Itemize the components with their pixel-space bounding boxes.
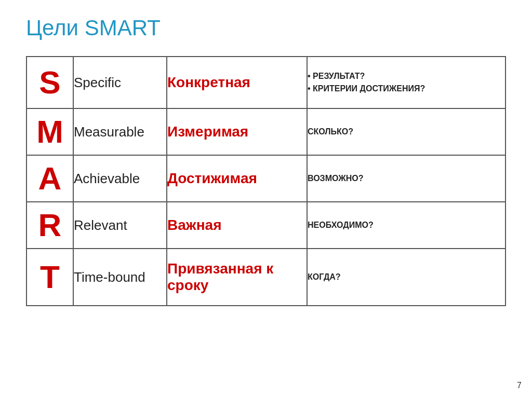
table-row: S Specific Конкретная • РЕЗУЛЬТАТ?• КРИТ… [26, 57, 506, 108]
description-cell-m: СКОЛЬКО? [307, 108, 506, 155]
table-row: A Achievable Достижимая ВОЗМОЖНО? [26, 155, 506, 202]
russian-cell-r: Важная [167, 202, 307, 249]
letter-cell-s: S [26, 57, 73, 108]
letter-a: A [27, 162, 73, 195]
letter-m: M [27, 116, 73, 148]
english-cell-m: Measurable [73, 108, 167, 155]
english-cell-t: Time-bound [73, 249, 167, 306]
letter-r: R [27, 209, 73, 241]
slide-page: Цели SMART S Specific Конкретная • РЕЗУЛ… [0, 0, 532, 398]
description-cell-r: НЕОБХОДИМО? [307, 202, 506, 249]
table-row: T Time-bound Привязанная к сроку КОГДА? [26, 249, 506, 306]
letter-cell-m: M [26, 108, 73, 155]
letter-cell-a: A [26, 155, 73, 202]
english-cell-a: Achievable [73, 155, 167, 202]
letter-cell-t: T [26, 249, 73, 306]
letter-cell-r: R [26, 202, 73, 249]
russian-cell-t: Привязанная к сроку [167, 249, 307, 306]
russian-cell-a: Достижимая [167, 155, 307, 202]
description-cell-s: • РЕЗУЛЬТАТ?• КРИТЕРИИ ДОСТИЖЕНИЯ? [307, 57, 506, 108]
table-row: R Relevant Важная НЕОБХОДИМО? [26, 202, 506, 249]
page-title: Цели SMART [26, 16, 506, 40]
russian-cell-m: Измеримая [167, 108, 307, 155]
russian-cell-s: Конкретная [167, 57, 307, 108]
description-cell-a: ВОЗМОЖНО? [307, 155, 506, 202]
description-cell-t: КОГДА? [307, 249, 506, 306]
page-number: 7 [517, 381, 522, 390]
letter-t: T [27, 261, 73, 293]
table-row: M Measurable Измеримая СКОЛЬКО? [26, 108, 506, 155]
smart-table: S Specific Конкретная • РЕЗУЛЬТАТ?• КРИТ… [26, 56, 506, 306]
english-cell-s: Specific [73, 57, 167, 108]
letter-s: S [27, 66, 73, 99]
english-cell-r: Relevant [73, 202, 167, 249]
